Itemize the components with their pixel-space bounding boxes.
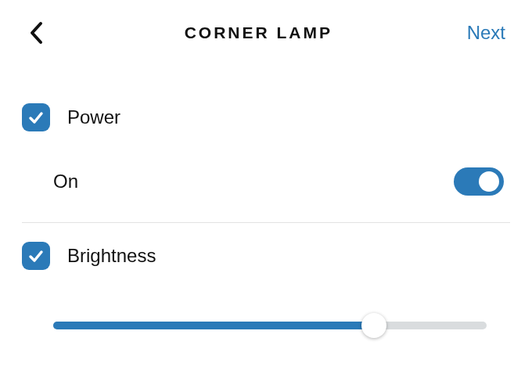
toggle-knob [479, 171, 499, 192]
divider [22, 222, 510, 223]
back-button[interactable] [22, 19, 50, 47]
slider-fill [53, 322, 374, 329]
slider-thumb[interactable] [361, 313, 386, 338]
header: CORNER LAMP Next [0, 0, 532, 55]
brightness-label: Brightness [67, 245, 156, 267]
brightness-checkbox[interactable] [22, 242, 50, 270]
next-button[interactable]: Next [467, 22, 510, 44]
content: Power On Brightness [0, 55, 532, 336]
check-icon [27, 109, 45, 126]
power-state-label: On [53, 171, 78, 192]
power-label: Power [67, 106, 120, 128]
chevron-left-icon [29, 21, 43, 45]
power-state-row: On [22, 146, 510, 218]
brightness-row: Brightness [22, 228, 510, 284]
page-title: CORNER LAMP [50, 23, 467, 42]
power-toggle[interactable] [454, 167, 504, 196]
brightness-slider-wrap [22, 284, 510, 336]
power-row: Power [22, 89, 510, 146]
power-checkbox[interactable] [22, 103, 50, 131]
brightness-slider[interactable] [53, 315, 487, 336]
check-icon [27, 247, 45, 264]
